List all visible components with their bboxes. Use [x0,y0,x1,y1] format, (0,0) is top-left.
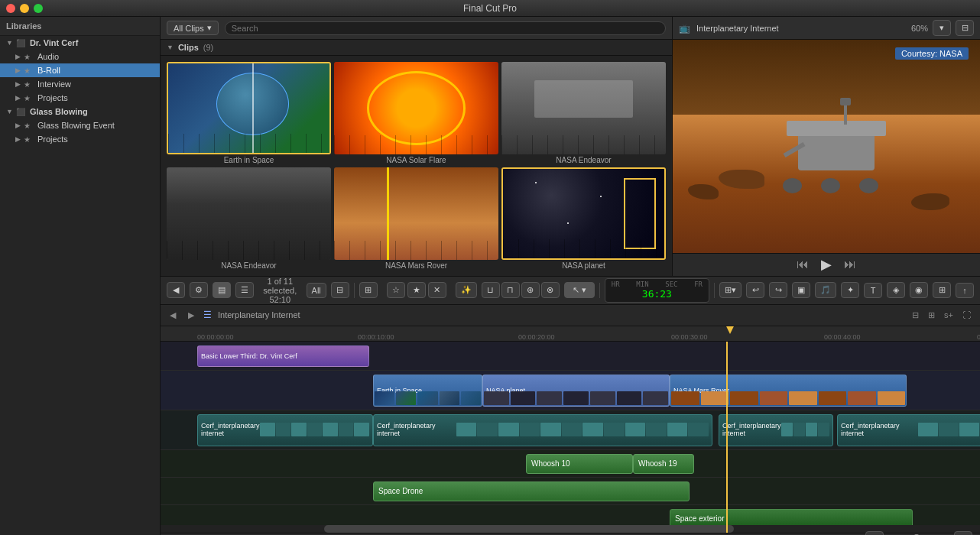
list-view-btn[interactable]: ☰ [235,282,254,298]
cerf-clip-4[interactable]: Cerf_interplanetary internet [837,414,980,446]
sidebar-item-glass-blowing[interactable]: ▼ ⬛ Glass Blowing [0,105,160,118]
all-button[interactable]: All [307,283,326,298]
toolbar-buttons: ☆ ★ ✕ [387,282,446,298]
skip-back-button[interactable]: ⏮ [797,258,809,271]
magic-wand-btn[interactable]: ✨ [456,282,477,298]
cerf-clip-2[interactable]: Cerf_interplanetary internet [373,414,712,446]
all-clips-button[interactable]: All Clips ▾ [167,21,219,35]
disclosure-triangle: ▶ [15,94,21,102]
tracks-container[interactable]: Basic Lower Third: Dr. Vint Cerf Earth i… [161,342,980,533]
audio-meter-btn[interactable]: 🎵 [815,282,836,298]
audio-track-space-drone: Space Drone [161,478,980,505]
sidebar-toggle-btn[interactable]: ◀ [167,282,185,298]
undo-btn[interactable]: ↩ [746,282,764,298]
cerf-clip-3[interactable]: Cerf_interplanetary internet [719,414,833,446]
clip-nasa-endeavor-1[interactable]: NASA Endeavor [501,62,666,164]
clip-thumbnail [501,167,666,260]
scrollbar-thumb[interactable] [324,525,734,533]
ruler-mark: 00:00:40:00 [824,333,861,341]
disclosure-triangle: ▶ [15,122,21,129]
browser-panel: All Clips ▾ ▼ Clips (9) [161,17,673,276]
sidebar-item-label: Glass Blowing [30,107,88,116]
zoom-in-status-btn[interactable]: + [954,531,972,535]
sidebar-item-label: Interview [37,79,71,89]
tl-fullscreen-btn[interactable]: ⛶ [959,309,974,322]
clips-count: (9) [203,43,213,52]
main-layout: Libraries ▼ ⬛ Dr. Vint Cerf ▶ ★ Audio ▶ … [0,17,980,535]
share-btn[interactable]: ↑ [956,283,974,298]
zoom-out-btn[interactable]: ⊟ [909,309,922,322]
whoosh-10-clip[interactable]: Whoosh 10 [526,454,633,474]
overwrite-btn[interactable]: ⊓ [501,282,520,298]
viewer-controls: ⏮ ▶ ⏭ [673,253,980,276]
clip-appearance-btn[interactable]: ⊟ [331,282,349,298]
star-btn[interactable]: ☆ [387,282,405,298]
sidebar-item-projects[interactable]: ▶ ★ Projects [0,91,160,105]
clip-label: Space exterior [675,514,724,523]
viewer-zoom-btn[interactable]: ▾ [933,20,951,36]
sidebar-item-dr-vint-cerf[interactable]: ▼ ⬛ Dr. Vint Cerf [0,36,160,50]
space-drone-clip[interactable]: Space Drone [373,481,690,501]
timeline-back-btn[interactable]: ◀ [167,309,179,322]
transition-btn[interactable]: ⊞ [933,282,951,298]
title-btn[interactable]: T [864,283,882,298]
disclosure-triangle: ▼ [6,108,13,115]
earth-in-space-clip[interactable]: Earth in Space [373,374,482,407]
select-tool-btn[interactable]: ↖ ▾ [564,282,595,298]
redo-btn[interactable]: ↪ [769,282,787,298]
close-button[interactable] [6,4,15,13]
all-label: All [312,286,321,295]
horizontal-scrollbar[interactable] [161,525,980,533]
nasa-planet-clip[interactable]: NASA planet [482,374,670,407]
separator [599,283,600,298]
clip-earth-in-space[interactable]: Earth in Space [167,62,331,164]
settings-btn[interactable]: ⚙ [190,282,208,298]
clip-nasa-endeavor-2[interactable]: NASA Endeavor [167,167,331,270]
sidebar-item-projects2[interactable]: ▶ ★ Projects [0,132,160,146]
sidebar-item-interview[interactable]: ▶ ★ Interview [0,77,160,91]
connect-btn[interactable]: ⊗ [541,282,560,298]
whoosh-19-clip[interactable]: Whoosh 19 [633,454,694,474]
skip-forward-button[interactable]: ⏭ [844,258,856,271]
reject-btn[interactable]: ✕ [428,282,446,298]
zoom-out-status-btn[interactable]: − [865,531,884,535]
nasa-mars-rover-clip[interactable]: NASA Mars Rover [670,374,907,407]
video-scope-btn[interactable]: ▣ [792,282,810,298]
effects-btn[interactable]: ✦ [841,282,859,298]
clip-label: NASA Endeavor [501,156,666,164]
theme-btn[interactable]: ◉ [910,282,928,298]
minimize-button[interactable] [20,4,29,13]
browser-clips-header: ▼ Clips (9) [161,40,672,56]
sidebar-item-glass-blowing-event[interactable]: ▶ ★ Glass Blowing Event [0,118,160,132]
zoom-in-btn[interactable]: ⊞ [925,309,938,322]
insert-btn[interactable]: ⊔ [482,282,500,298]
clip-label: Basic Lower Third: Dr. Vint Cerf [201,352,297,360]
clip-nasa-solar-flare[interactable]: NASA Solar Flare [334,62,498,164]
play-button[interactable]: ▶ [821,256,832,273]
viewer-options-btn[interactable]: ⊟ [956,20,974,36]
transform-btn[interactable]: ⊞▾ [719,282,741,298]
favorite-btn[interactable]: ★ [407,282,426,298]
edit-tools: ⊔ ⊓ ⊕ ⊗ [482,282,560,298]
filmstrip [503,239,664,258]
clip-nasa-mars-rover[interactable]: NASA Mars Rover [334,167,498,270]
title-clip[interactable]: Basic Lower Third: Dr. Vint Cerf [197,345,369,367]
clip-thumbnail [167,62,331,154]
cerf-clip-1[interactable]: Cerf_interplanetary internet [197,414,373,446]
sidebar-item-audio[interactable]: ▶ ★ Audio [0,50,160,63]
zoom-to-fit-btn[interactable]: ⊞ [359,282,378,298]
disclosure-triangle: ▶ [15,135,21,143]
clip-nasa-planet[interactable]: NASA planet [501,167,666,270]
maximize-button[interactable] [34,4,43,13]
playhead-marker [726,326,734,334]
window-controls[interactable] [6,4,43,13]
filmstrip-view-btn[interactable]: ▤ [213,282,231,298]
timeline-forward-btn[interactable]: ▶ [185,309,197,322]
sidebar-item-b-roll[interactable]: ▶ ★ B-Roll [0,63,160,77]
append-btn[interactable]: ⊕ [521,282,540,298]
tl-settings-btn[interactable]: s+ [941,309,956,322]
clip-label: Cerf_interplanetary internet [722,422,781,437]
browser-search-input[interactable] [225,21,666,35]
generator-btn[interactable]: ◈ [887,282,905,298]
clips-disclosure-triangle[interactable]: ▼ [167,44,174,51]
